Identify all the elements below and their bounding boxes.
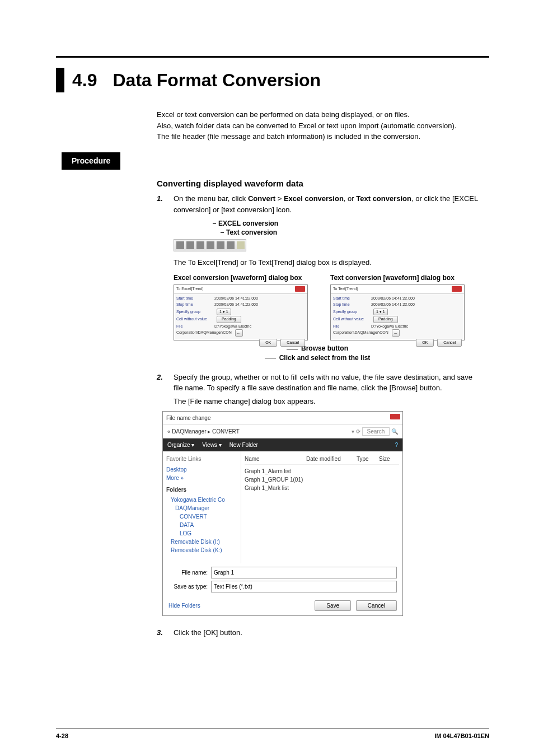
intro-p2: Also, watch folder data can be converted… (157, 120, 478, 132)
file-label: File (333, 324, 371, 330)
help-icon[interactable]: ? (395, 441, 398, 449)
step-3-text: Click the [OK] button. (174, 627, 478, 638)
intro-p3: The file header (file message and batch … (157, 131, 478, 142)
step-1: 1. On the menu bar, click Convert > Exce… (157, 193, 478, 215)
toolbar-icon[interactable] (176, 241, 184, 249)
padding-select[interactable]: Padding (217, 316, 241, 323)
close-icon[interactable] (452, 286, 462, 292)
hide-folders-link[interactable]: Hide Folders (168, 601, 200, 610)
s1f: Text conversion (356, 194, 411, 203)
close-icon[interactable] (295, 286, 305, 292)
toolbar-icon[interactable] (207, 241, 214, 249)
click-select-callout: Click and select from the list (279, 354, 371, 362)
tree-item[interactable]: DATA (180, 521, 237, 529)
stop-time-value: 2009/02/06 14:41:22.000 (371, 302, 415, 306)
body-area: Excel or text conversion can be performe… (157, 109, 478, 638)
excel-conversion-label: EXCEL conversion (218, 220, 278, 228)
step-1-number: 1. (157, 193, 167, 204)
step-2-text: Specify the group, whether or not to fil… (174, 372, 478, 394)
col-type[interactable]: Type (357, 455, 379, 463)
start-time-value: 2009/02/06 14:41:22.000 (214, 296, 258, 300)
search-input[interactable]: Search (362, 427, 390, 436)
col-date[interactable]: Date modified (306, 455, 357, 463)
col-size[interactable]: Size (379, 455, 390, 463)
organize-menu[interactable]: Organize ▾ (167, 441, 194, 449)
folder-tree: Favorite Links Desktop More » Folders Yo… (163, 451, 241, 563)
toolbar-icon[interactable] (186, 241, 194, 249)
top-rule (56, 56, 489, 58)
group-label: Specify group (176, 309, 214, 315)
text-dialog-column: Text conversion [waveform] dialog box To… (330, 274, 465, 341)
file-save-dialog: File name change « DAQManager ▸ CONVERT … (162, 411, 403, 616)
cancel-button[interactable]: Cancel (280, 339, 305, 347)
breadcrumb[interactable]: « DAQManager ▸ CONVERT (167, 427, 240, 436)
text-dialog-title: Text conversion [waveform] dialog box (330, 274, 465, 283)
filename-input[interactable]: Graph 1 (211, 567, 397, 578)
step-2-number: 2. (157, 372, 167, 383)
excel-dialog-title: Excel conversion [waveform] dialog box (174, 274, 308, 283)
intro-p1: Excel or text conversion can be performe… (157, 109, 478, 120)
excel-dialog-header: To Excel[Trend] (176, 287, 203, 291)
step-3: 3. Click the [OK] button. (157, 627, 478, 638)
page-footer: 4-28 IM 04L47B01-01EN (56, 729, 489, 739)
step-2-after: The [File name change] dialog box appear… (174, 396, 478, 407)
tree-item[interactable]: CONVERT (180, 512, 237, 521)
tree-item[interactable]: Yokogawa Electric Co (171, 496, 237, 504)
file-item[interactable]: Graph 1_GROUP 1(01) (245, 475, 399, 484)
step-2: 2. Specify the group, whether or not to … (157, 372, 478, 394)
savetype-label: Save as type: (168, 582, 208, 591)
group-select[interactable]: 1 ▾ 1 (373, 309, 388, 316)
cell-label: Cell without value (176, 316, 214, 323)
section-title: Data Format Conversion (113, 70, 321, 91)
ok-button[interactable]: OK (416, 339, 434, 347)
s1b: Convert (248, 194, 275, 203)
stop-time-label: Stop time (176, 302, 214, 308)
help-icon[interactable] (237, 241, 245, 249)
tree-item[interactable]: LOG (180, 529, 237, 538)
group-select[interactable]: 1 ▾ 1 (217, 309, 231, 316)
doc-id: IM 04L47B01-01EN (434, 732, 489, 739)
browse-button[interactable]: ... (392, 329, 400, 337)
s1a: On the menu bar, click (174, 194, 248, 203)
toolbar-icon[interactable] (227, 241, 235, 249)
views-menu[interactable]: Views ▾ (202, 441, 221, 449)
start-time-value: 2009/02/06 14:41:22.000 (371, 296, 415, 300)
close-icon[interactable] (390, 414, 400, 419)
new-folder-button[interactable]: New Folder (229, 441, 258, 449)
tree-item[interactable]: Removable Disk (K:) (171, 546, 237, 554)
stop-time-value: 2009/02/06 14:41:22.000 (214, 302, 258, 306)
tree-item[interactable]: Removable Disk (I:) (171, 538, 237, 546)
toolbar-icon[interactable] (217, 241, 224, 249)
section-number: 4.9 (72, 70, 97, 91)
text-dialog-header: To Text[Trend] (333, 287, 358, 291)
cancel-button[interactable]: Cancel (356, 600, 397, 611)
tree-item[interactable]: DAQManager (175, 504, 237, 512)
step-1-text: On the menu bar, click Convert > Excel c… (174, 193, 478, 215)
step-1-after: The To Excel[Trend] or To Text[Trend] di… (174, 257, 478, 268)
ok-button[interactable]: OK (259, 339, 277, 347)
column-headers: Name Date modified Type Size (245, 455, 399, 465)
col-name[interactable]: Name (245, 455, 306, 463)
procedure-badge: Procedure (62, 152, 120, 170)
step-3-number: 3. (157, 627, 167, 638)
cell-label: Cell without value (333, 316, 371, 323)
save-button[interactable]: Save (315, 600, 351, 611)
s1e: , or (344, 194, 356, 203)
title-accent-bar (56, 68, 64, 92)
group-label: Specify group (333, 309, 371, 315)
desktop-link[interactable]: Desktop (166, 465, 237, 474)
path-bar: « DAQManager ▸ CONVERT ▾ ⟳ Search 🔍 (163, 425, 402, 438)
file-item[interactable]: Graph 1_Mark list (245, 484, 399, 492)
cancel-button[interactable]: Cancel (437, 339, 462, 347)
padding-select[interactable]: Padding (373, 316, 398, 323)
more-link[interactable]: More » (166, 474, 237, 482)
stop-time-label: Stop time (333, 302, 371, 308)
browse-button[interactable]: ... (235, 329, 243, 337)
file-item[interactable]: Graph 1_Alarm list (245, 467, 399, 475)
savetype-select[interactable]: Text Files (*.txt) (211, 581, 397, 592)
file-list-pane: Name Date modified Type Size Graph 1_Ala… (241, 451, 402, 563)
favorite-links: Favorite Links (166, 455, 237, 463)
toolbar-icon[interactable] (196, 241, 204, 249)
save-dialog-title: File name change (166, 415, 211, 421)
file-label: File (176, 324, 214, 330)
